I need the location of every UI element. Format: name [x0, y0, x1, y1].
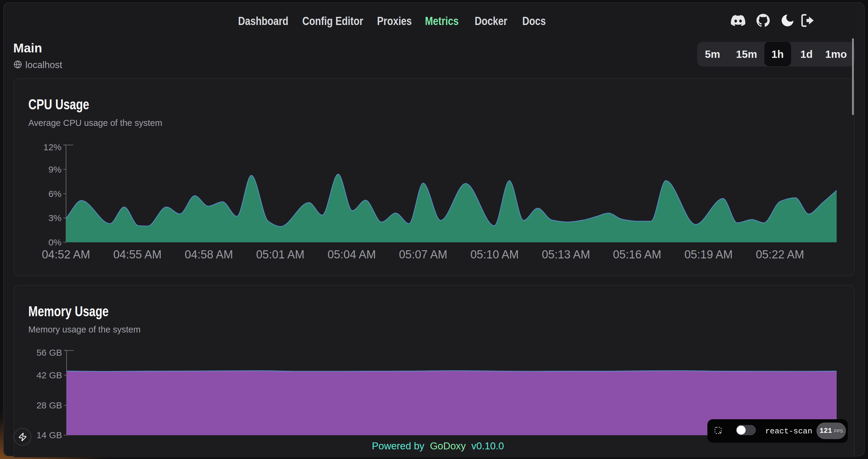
svg-text:3%: 3%: [49, 213, 61, 223]
svg-text:05:10 AM: 05:10 AM: [470, 248, 519, 261]
svg-text:9%: 9%: [49, 164, 61, 174]
svg-text:0%: 0%: [49, 237, 61, 247]
svg-text:12%: 12%: [43, 142, 61, 152]
svg-text:05:19 AM: 05:19 AM: [684, 248, 733, 261]
svg-text:6%: 6%: [49, 189, 61, 199]
svg-text:14 GB: 14 GB: [36, 430, 62, 440]
svg-text:56 GB: 56 GB: [36, 348, 62, 358]
svg-text:05:13 AM: 05:13 AM: [542, 248, 590, 261]
svg-text:05:07 AM: 05:07 AM: [399, 248, 447, 261]
svg-text:04:52 AM: 04:52 AM: [42, 248, 90, 261]
svg-text:04:58 AM: 04:58 AM: [185, 248, 233, 261]
svg-text:28 GB: 28 GB: [36, 400, 62, 410]
svg-text:05:04 AM: 05:04 AM: [328, 248, 376, 261]
svg-text:05:22 AM: 05:22 AM: [756, 248, 804, 261]
svg-text:05:01 AM: 05:01 AM: [256, 248, 305, 261]
svg-text:42 GB: 42 GB: [36, 370, 62, 380]
svg-text:05:16 AM: 05:16 AM: [613, 248, 661, 261]
svg-text:04:55 AM: 04:55 AM: [113, 248, 162, 261]
